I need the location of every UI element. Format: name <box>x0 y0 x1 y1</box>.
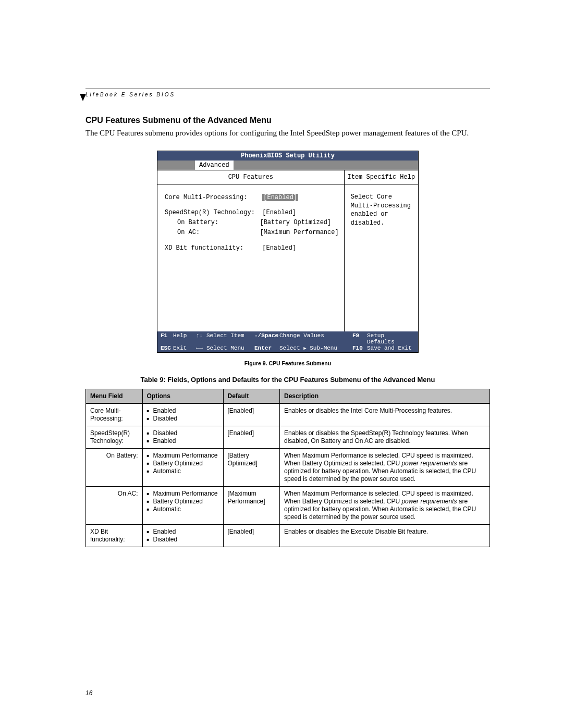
hint-select-submenu: Select ▶ Sub-Menu <box>279 345 352 351</box>
col-default: Default <box>223 389 280 403</box>
cell-description: Enables or disables the Execute Disable … <box>280 524 490 547</box>
page: LifeBook E Series BIOS 16 CPU Features S… <box>0 0 563 728</box>
hint-setup-defaults: Setup Defaults <box>367 332 415 345</box>
bios-field-row[interactable]: On Battery: [Battery Optimized] <box>165 218 339 228</box>
bios-footer-row-1: F1 Help ↑↓ Select Item -/Space Change Va… <box>161 332 415 345</box>
cell-options: EnabledDisabled <box>142 403 223 426</box>
arrows-updown-icon: ↑↓ <box>196 332 206 345</box>
hint-save-exit: Save and Exit <box>367 345 415 351</box>
hint-change-values: Change Values <box>279 332 352 345</box>
option-item: Disabled <box>153 536 219 544</box>
bios-field-row[interactable]: XD Bit functionality: [Enabled] <box>165 243 339 253</box>
section-intro: The CPU Features submenu provides option… <box>85 128 490 138</box>
cell-options: DisabledEnabled <box>142 426 223 448</box>
cell-description: When Maximum Performance is selected, CP… <box>280 448 490 486</box>
col-description: Description <box>280 389 490 403</box>
key-space[interactable]: -/Space <box>254 332 279 345</box>
table-caption: Table 9: Fields, Options and Defaults fo… <box>85 376 490 384</box>
running-head: LifeBook E Series BIOS <box>85 92 490 97</box>
hint-select-menu: Select Menu <box>206 345 254 351</box>
cell-menu-field: XD Bit functionality: <box>86 524 143 547</box>
bios-field-value[interactable]: [Battery Optimized] <box>260 219 331 226</box>
bios-form: Core Multi-Processing: [Enabled]SpeedSte… <box>157 184 344 328</box>
option-item: Automatic <box>153 467 219 475</box>
option-item: Disabled <box>153 415 219 423</box>
options-table: Menu Field Options Default Description C… <box>85 389 490 547</box>
key-enter[interactable]: Enter <box>254 345 279 351</box>
table-row: SpeedStep(R) Technology:DisabledEnabled[… <box>86 426 490 448</box>
table-row: On Battery:Maximum PerformanceBattery Op… <box>86 448 490 486</box>
cell-description: When Maximum Performance is selected, CP… <box>280 486 490 524</box>
bios-spacer <box>165 238 339 243</box>
arrows-leftright-icon: ←→ <box>196 345 206 351</box>
bios-help-text: Select Core Multi-Processing enabled or … <box>345 184 418 331</box>
bios-left-header: CPU Features <box>157 170 344 184</box>
bios-field-row[interactable]: Core Multi-Processing: [Enabled] <box>165 193 339 203</box>
cell-menu-field: Core Multi-Processing: <box>86 403 143 426</box>
bios-field-value[interactable]: [Enabled] <box>262 194 298 201</box>
bios-right-header: Item Specific Help <box>345 170 418 184</box>
content: CPU Features Submenu of the Advanced Men… <box>85 116 490 547</box>
col-menu-field: Menu Field <box>86 389 143 403</box>
bios-field-label: Core Multi-Processing: <box>165 194 262 201</box>
option-item: Disabled <box>153 429 219 437</box>
key-f10[interactable]: F10 <box>352 345 367 351</box>
table-row: Core Multi-Processing:EnabledDisabled[En… <box>86 403 490 426</box>
cell-default: [Enabled] <box>223 426 280 448</box>
table-row: On AC:Maximum PerformanceBattery Optimiz… <box>86 486 490 524</box>
hint-select-item: Select Item <box>206 332 254 345</box>
bios-field-label: XD Bit functionality: <box>165 244 262 252</box>
bios-footer-row-2: ESC Exit ←→ Select Menu Enter Select ▶ S… <box>161 345 415 351</box>
cell-default: [Enabled] <box>223 403 280 426</box>
col-options: Options <box>142 389 223 403</box>
key-f1[interactable]: F1 <box>161 332 173 345</box>
bios-field-label: On Battery: <box>177 219 260 226</box>
page-rule <box>85 89 490 89</box>
option-item: Enabled <box>153 528 219 536</box>
bios-tab-bar: Advanced <box>157 161 418 170</box>
cell-options: Maximum PerformanceBattery OptimizedAuto… <box>142 486 223 524</box>
option-item: Enabled <box>153 407 219 415</box>
hint-help: Help <box>173 332 196 345</box>
key-f9[interactable]: F9 <box>352 332 367 345</box>
cell-default: [Maximum Performance] <box>223 486 280 524</box>
cell-options: EnabledDisabled <box>142 524 223 547</box>
option-item: Enabled <box>153 437 219 445</box>
cell-description: Enables or disables the Intel Core Multi… <box>280 403 490 426</box>
option-item: Battery Optimized <box>153 498 219 505</box>
option-item: Automatic <box>153 505 219 513</box>
cell-menu-field: SpeedStep(R) Technology: <box>86 426 143 448</box>
cell-default: [Enabled] <box>223 524 280 547</box>
bios-field-label: On AC: <box>177 229 260 236</box>
bios-tab-advanced[interactable]: Advanced <box>195 161 234 170</box>
bios-field-value[interactable]: [Enabled] <box>262 244 296 252</box>
cell-default: [Battery Optimized] <box>223 448 280 486</box>
table-row: XD Bit functionality:EnabledDisabled[Ena… <box>86 524 490 547</box>
option-item: Maximum Performance <box>153 452 219 460</box>
cell-description: Enables or disables the SpeedStep(R) Tec… <box>280 426 490 448</box>
figure-caption: Figure 9. CPU Features Submenu <box>85 360 490 366</box>
bios-footer: F1 Help ↑↓ Select Item -/Space Change Va… <box>157 331 418 352</box>
bios-window: PhoenixBIOS Setup Utility Advanced CPU F… <box>157 151 419 353</box>
cell-menu-field: On Battery: <box>86 448 143 486</box>
cell-options: Maximum PerformanceBattery OptimizedAuto… <box>142 448 223 486</box>
cell-menu-field: On AC: <box>86 486 143 524</box>
option-item: Maximum Performance <box>153 490 219 498</box>
hint-exit: Exit <box>173 345 196 351</box>
bios-field-value[interactable]: [Maximum Performance] <box>260 229 338 236</box>
bios-field-row[interactable]: On AC: [Maximum Performance] <box>165 228 339 238</box>
bios-field-label: SpeedStep(R) Technology: <box>165 209 262 216</box>
bios-title: PhoenixBIOS Setup Utility <box>157 151 418 161</box>
bios-right-pane: Item Specific Help Select Core Multi-Pro… <box>345 170 418 331</box>
table-header-row: Menu Field Options Default Description <box>86 389 490 403</box>
section-title: CPU Features Submenu of the Advanced Men… <box>85 116 490 125</box>
key-esc[interactable]: ESC <box>161 345 173 351</box>
bios-spacer <box>165 203 339 208</box>
bios-field-row[interactable]: SpeedStep(R) Technology: [Enabled] <box>165 208 339 218</box>
bios-field-value[interactable]: [Enabled] <box>262 209 296 216</box>
bios-left-pane: CPU Features Core Multi-Processing: [Ena… <box>157 170 345 331</box>
option-item: Battery Optimized <box>153 460 219 467</box>
page-number: 16 <box>85 689 92 697</box>
